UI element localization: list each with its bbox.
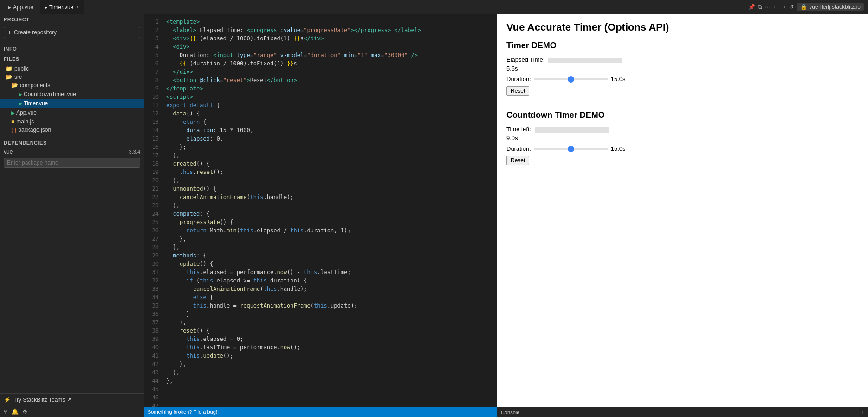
project-label: PROJECT [0,14,144,24]
countdown-duration-slider[interactable] [534,148,608,150]
status-bar: Something broken? File a bug! [144,407,497,417]
url-text: vue-flerlj.stackblitz.io [809,4,861,10]
appvue-label: App.vue [16,109,37,116]
tab-timervue[interactable]: ▸ Timer.vue × [40,0,84,14]
lock-icon: 🔒 [800,4,807,10]
countdown-section-title: Countdown Timer DEMO [506,110,859,120]
code-content[interactable]: <template> <label> Elapsed Time: <progre… [162,14,497,407]
sidebar-divider-1 [0,42,144,42]
timer-duration-value: 15.0s [611,76,626,83]
countdown-duration-row: Duration: 15.0s [506,145,859,152]
sidebar: PROJECT + Create repository INFO FILES 📁… [0,14,144,417]
preview-content: Vue Accurate Timer (Options API) Timer D… [497,14,868,407]
dependencies-label: DEPENDENCIES [0,137,144,148]
file-mainjs[interactable]: ■ main.js [0,117,144,126]
file-countdown[interactable]: ▸ CountdownTimer.vue [0,90,144,99]
url-bar: 🔒 vue-flerlj.stackblitz.io [797,3,864,11]
file-tree: 📁 public 📂 src 📂 components ▸ CountdownT… [0,64,144,135]
vue-file-icon-countdown: ▸ [19,90,22,98]
files-label: FILES [0,53,144,64]
pin-icon[interactable]: 📌 [748,4,755,10]
js-file-icon: ■ [11,118,14,125]
elapsed-progress-bar [548,58,622,63]
src-label: src [14,74,22,80]
timer-section: Elapsed Time: 5.6s Duration: 15.0s Reset [506,56,859,103]
vue-icon-app: ▸ [8,4,11,11]
countdown-duration-value: 15.0s [611,145,626,152]
time-left-row: Time left: [506,126,859,133]
main-area: PROJECT + Create repository INFO FILES 📁… [0,14,868,417]
info-label: INFO [0,43,144,53]
countdown-duration-label: Duration: [506,145,531,152]
time-left-value: 9.0s [506,135,859,141]
settings-icon[interactable]: ⚙ [22,408,28,415]
countdown-label: CountdownTimer.vue [24,91,76,97]
create-repo-button[interactable]: + Create repository [4,27,140,38]
create-repo-label: Create repository [14,29,57,36]
code-container: 1234567891011121314151617181920212223242… [144,14,497,407]
topbar: ▸ App.vue ▸ Timer.vue × 📌 ⧉ ··· ← → ↺ 🔒 … [0,0,868,14]
time-left-progress-bar [535,127,609,133]
timer-duration-label: Duration: [506,76,531,83]
folder-open-icon: 📂 [6,74,13,80]
console-label: Console [501,410,519,415]
try-stackblitz-link[interactable]: Try StackBlitz Teams ↗ [13,397,71,403]
preview-title: Vue Accurate Timer (Options API) [506,21,859,33]
packagejson-label: package.json [18,127,51,133]
stackblitz-icon: ⚡ [4,397,11,403]
timer-section-title: Timer DEMO [506,41,859,51]
timer-reset-button[interactable]: Reset [506,86,529,96]
more-icon[interactable]: ··· [765,4,770,10]
dep-vue-version: 3.3.4 [129,149,140,154]
timer-label: Timer.vue [24,100,48,107]
folder-open-icon-2: 📂 [11,82,18,89]
tab-appvue-label: App.vue [13,4,33,11]
elapsed-label: Elapsed Time: [506,56,544,63]
nav-refresh-icon[interactable]: ↺ [789,4,794,10]
timer-duration-row: Duration: 15.0s [506,76,859,83]
file-src[interactable]: 📂 src [0,73,144,81]
file-public[interactable]: 📁 public [0,64,144,73]
console-bar: Console 1 [497,407,868,417]
countdown-section: Time left: 9.0s Duration: 15.0s Reset [506,126,859,173]
public-label: public [14,65,29,72]
dep-vue-name: vue [4,148,13,155]
close-tab-icon[interactable]: × [76,5,79,10]
mainjs-label: main.js [16,118,34,125]
sidebar-bottom: ⚡ Try StackBlitz Teams ↗ [0,393,144,406]
package-search-input[interactable] [4,158,140,168]
split-icon[interactable]: ⧉ [758,4,762,10]
plus-icon: + [8,29,11,36]
bug-label: Something broken? File a bug! [148,409,217,415]
git-icon[interactable]: ⑂ [4,408,7,415]
components-label: components [20,82,50,89]
folder-icon: 📁 [6,65,13,72]
sidebar-icons-row: ⑂ 🔔 ⚙ [0,406,144,417]
countdown-reset-button[interactable]: Reset [506,156,529,165]
line-numbers: 1234567891011121314151617181920212223242… [144,14,162,407]
editor-area: 1234567891011121314151617181920212223242… [144,14,497,417]
elapsed-value: 5.6s [506,65,859,72]
preview-panel: Vue Accurate Timer (Options API) Timer D… [497,14,868,417]
json-file-icon: { } [11,127,16,133]
file-packagejson[interactable]: { } package.json [0,126,144,134]
nav-forward-icon[interactable]: → [781,4,786,10]
file-components[interactable]: 📂 components [0,81,144,90]
elapsed-row: Elapsed Time: [506,56,859,63]
bell-icon[interactable]: 🔔 [11,408,19,415]
timer-duration-slider[interactable] [534,78,608,80]
console-count: 1 [862,410,864,415]
tab-timervue-label: Timer.vue [49,4,73,11]
dep-vue: vue 3.3.4 [0,148,144,156]
tab-appvue[interactable]: ▸ App.vue [4,0,38,14]
sidebar-divider-2 [0,136,144,136]
nav-back-icon[interactable]: ← [772,4,778,10]
vue-file-icon-timer: ▸ [19,100,22,107]
vue-icon-timer: ▸ [45,4,47,11]
vue-file-icon-app: ▸ [11,109,14,116]
file-appvue[interactable]: ▸ App.vue [0,108,144,117]
topbar-right: 📌 ⧉ ··· ← → ↺ 🔒 vue-flerlj.stackblitz.io [748,3,864,11]
time-left-label: Time left: [506,126,531,133]
file-timer[interactable]: ▸ Timer.vue [0,99,144,108]
